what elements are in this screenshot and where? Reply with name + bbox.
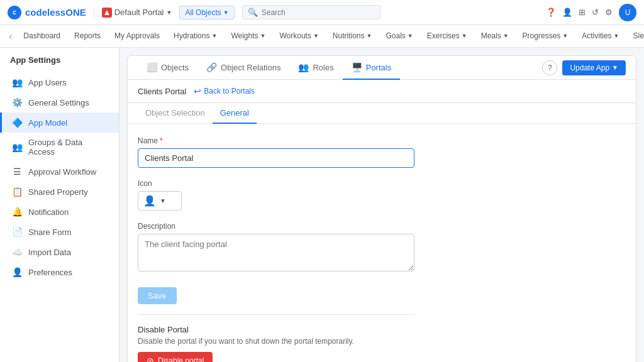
groups-icon: 👥: [12, 142, 22, 152]
nav-nutritions[interactable]: Nutritions▼: [326, 25, 379, 48]
disable-portal-button[interactable]: ⊘ Disable portal: [138, 352, 213, 362]
search-bar[interactable]: 🔍: [242, 5, 380, 19]
users-icon[interactable]: 👤: [562, 8, 572, 17]
nav-workouts[interactable]: Workouts▼: [273, 25, 325, 48]
exercises-arrow-icon: ▼: [462, 33, 467, 39]
nav-goals[interactable]: Goals▼: [379, 25, 419, 48]
selected-icon: 👤: [143, 195, 156, 207]
avatar[interactable]: U: [619, 4, 636, 21]
disable-section: Disable Portal Disable the portal if you…: [138, 325, 626, 362]
approval-icon: ☰: [12, 167, 22, 177]
sidebar-item-share-form[interactable]: 📄 Share Form: [0, 222, 119, 242]
svg-marker-0: [104, 10, 109, 15]
logo-icon: c: [8, 6, 21, 19]
name-form-group: Name *: [138, 136, 626, 168]
search-icon: 🔍: [248, 8, 258, 17]
topbar-actions: ❓ 👤 ⊞ ↺ ⚙ U: [546, 4, 636, 21]
sidebar-item-label: Share Form: [28, 228, 72, 237]
description-label: Description: [138, 222, 626, 231]
section-divider: [138, 314, 414, 315]
all-objects-button[interactable]: All Objects ▼: [179, 6, 234, 19]
disable-btn-label: Disable portal: [158, 356, 204, 362]
tab-object-relations[interactable]: 🔗 Object Relations: [197, 56, 289, 80]
tabs-row: ⬜ Objects 🔗 Object Relations 👥 Roles 🖥️ …: [128, 56, 636, 80]
icon-label: Icon: [138, 179, 626, 188]
save-button[interactable]: Save: [138, 287, 177, 304]
workouts-arrow-icon: ▼: [313, 33, 319, 39]
sidebar-item-label: Shared Property: [28, 187, 88, 197]
sidebar-item-groups-data[interactable]: 👥 Groups & Data Access: [0, 133, 119, 162]
name-label: Name *: [138, 136, 626, 145]
nav-progresses[interactable]: Progresses▼: [516, 25, 575, 48]
tab-object-relations-label: Object Relations: [221, 63, 280, 72]
nav-prev-icon[interactable]: ‹: [5, 31, 16, 42]
content-area: ⬜ Objects 🔗 Object Relations 👥 Roles 🖥️ …: [119, 48, 644, 362]
nav-reports[interactable]: Reports: [68, 25, 107, 48]
nav-activities[interactable]: Activities▼: [575, 25, 625, 48]
portal-breadcrumb-title: Clients Portal: [138, 87, 186, 96]
shared-property-icon: 📋: [12, 187, 22, 197]
sidebar-item-approval-workflow[interactable]: ☰ Approval Workflow: [0, 162, 119, 182]
weights-arrow-icon: ▼: [260, 33, 266, 39]
disable-description: Disable the portal if you want to shut d…: [138, 337, 626, 346]
tab-portals-label: Portals: [366, 63, 391, 72]
objects-tab-icon: ⬜: [147, 62, 157, 72]
meals-arrow-icon: ▼: [503, 33, 509, 39]
sidebar-item-notification[interactable]: 🔔 Notification: [0, 202, 119, 222]
sidebar-title: App Settings: [0, 55, 119, 72]
nav-hydrations[interactable]: Hydrations▼: [167, 25, 223, 48]
nav-approvals[interactable]: My Approvals: [108, 25, 166, 48]
back-arrow-icon: ↩: [194, 86, 201, 96]
sidebar-item-preferences[interactable]: 👤 Preferences: [0, 262, 119, 282]
description-form-group: Description: [138, 222, 626, 273]
sidebar-item-label: Notification: [28, 207, 69, 217]
sidebar-item-label: Approval Workflow: [28, 167, 96, 177]
update-app-button[interactable]: Update App ▼: [562, 60, 626, 75]
sidebar-item-app-users[interactable]: 👥 App Users: [0, 72, 119, 92]
all-objects-arrow-icon: ▼: [223, 9, 229, 16]
tab-objects[interactable]: ⬜ Objects: [138, 56, 197, 80]
sidebar-item-import-data[interactable]: ☁️ Import Data: [0, 242, 119, 262]
sub-tabs: Object Selection General: [128, 103, 636, 124]
icon-selector[interactable]: 👤 ▼: [138, 191, 182, 211]
sidebar-item-label: Import Data: [28, 248, 71, 257]
nav-dashboard[interactable]: Dashboard: [17, 25, 67, 48]
help-button[interactable]: ?: [542, 60, 557, 75]
share-form-icon: 📄: [12, 227, 22, 237]
nav-sleeps[interactable]: Sleeps▼: [627, 25, 645, 48]
sidebar-item-label: General Settings: [28, 98, 89, 107]
tab-roles[interactable]: 👥 Roles: [289, 56, 342, 80]
app-model-icon: 🔷: [12, 118, 22, 128]
settings-icon[interactable]: ⚙: [605, 8, 613, 17]
grid-icon[interactable]: ⊞: [579, 8, 586, 17]
app-users-icon: 👥: [12, 77, 22, 87]
tab-portals[interactable]: 🖥️ Portals: [343, 56, 400, 80]
portal-dropdown-icon: ▼: [167, 9, 172, 16]
update-app-label: Update App: [570, 63, 609, 72]
sub-tab-general[interactable]: General: [213, 103, 257, 124]
logo: c codelessONE: [8, 6, 86, 19]
sidebar-item-label: Preferences: [28, 268, 72, 277]
description-input[interactable]: [138, 234, 414, 272]
back-to-portals-link[interactable]: ↩ Back to Portals: [194, 86, 255, 96]
history-icon[interactable]: ↺: [592, 8, 599, 17]
sidebar-item-general-settings[interactable]: ⚙️ General Settings: [0, 92, 119, 112]
portal-label: Default Portal: [114, 8, 164, 17]
help-icon[interactable]: ❓: [546, 8, 556, 17]
topbar: c codelessONE Default Portal ▼ All Objec…: [0, 0, 644, 25]
search-input[interactable]: [262, 8, 375, 17]
default-portal-selector[interactable]: Default Portal ▼: [94, 8, 172, 18]
sub-tab-object-selection[interactable]: Object Selection: [138, 103, 213, 124]
nutritions-arrow-icon: ▼: [367, 33, 372, 39]
sidebar-item-app-model[interactable]: 🔷 App Model: [0, 112, 119, 133]
required-indicator: *: [160, 136, 163, 145]
nav-meals[interactable]: Meals▼: [475, 25, 515, 48]
nav-exercises[interactable]: Exercises▼: [421, 25, 474, 48]
icon-selector-arrow-icon: ▼: [160, 197, 166, 204]
sub-tab-object-selection-label: Object Selection: [145, 108, 205, 118]
portal-header: Clients Portal ↩ Back to Portals: [128, 80, 636, 103]
name-input[interactable]: [138, 148, 414, 168]
sidebar-item-shared-property[interactable]: 📋 Shared Property: [0, 182, 119, 202]
import-data-icon: ☁️: [12, 247, 22, 257]
nav-weights[interactable]: Weights▼: [225, 25, 272, 48]
